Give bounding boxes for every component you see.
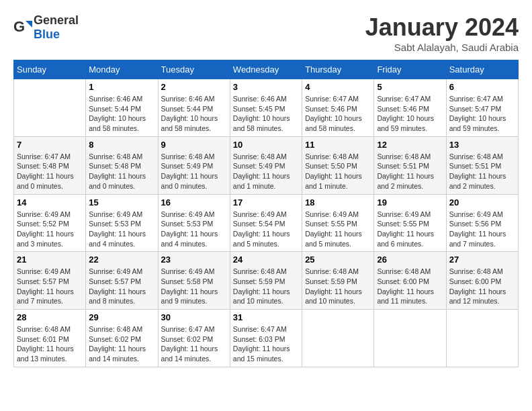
calendar-cell: 24Sunrise: 6:48 AMSunset: 5:59 PMDayligh… xyxy=(230,252,302,310)
day-number: 27 xyxy=(449,255,515,265)
calendar-cell: 11Sunrise: 6:48 AMSunset: 5:50 PMDayligh… xyxy=(302,136,374,194)
weekday-header: Sunday xyxy=(14,60,86,79)
calendar-cell: 13Sunrise: 6:48 AMSunset: 5:51 PMDayligh… xyxy=(446,136,518,194)
cell-content: Sunrise: 6:48 AMSunset: 5:59 PMDaylight:… xyxy=(305,267,371,306)
calendar-cell xyxy=(14,79,86,137)
cell-content: Sunrise: 6:47 AMSunset: 5:48 PMDaylight:… xyxy=(17,152,83,191)
calendar-body: 1Sunrise: 6:46 AMSunset: 5:44 PMDaylight… xyxy=(14,79,519,367)
cell-content: Sunrise: 6:48 AMSunset: 5:51 PMDaylight:… xyxy=(377,152,443,191)
header-row: SundayMondayTuesdayWednesdayThursdayFrid… xyxy=(14,60,519,79)
title-area: January 2024 Sabt Alalayah, Saudi Arabia xyxy=(365,13,519,53)
page-header: G General Blue January 2024 Sabt Alalaya… xyxy=(13,13,519,53)
cell-content: Sunrise: 6:49 AMSunset: 5:52 PMDaylight:… xyxy=(17,210,83,249)
calendar-cell: 4Sunrise: 6:47 AMSunset: 5:46 PMDaylight… xyxy=(302,79,374,137)
day-number: 11 xyxy=(305,140,371,150)
calendar-cell: 3Sunrise: 6:46 AMSunset: 5:45 PMDaylight… xyxy=(230,79,302,137)
cell-content: Sunrise: 6:49 AMSunset: 5:58 PMDaylight:… xyxy=(161,267,227,306)
calendar-cell xyxy=(374,310,446,367)
calendar-cell: 26Sunrise: 6:48 AMSunset: 6:00 PMDayligh… xyxy=(374,252,446,310)
weekday-header: Friday xyxy=(374,60,446,79)
calendar-week-row: 28Sunrise: 6:48 AMSunset: 6:01 PMDayligh… xyxy=(14,310,519,367)
cell-content: Sunrise: 6:48 AMSunset: 5:51 PMDaylight:… xyxy=(449,152,515,191)
day-number: 1 xyxy=(89,82,154,92)
calendar-cell: 23Sunrise: 6:49 AMSunset: 5:58 PMDayligh… xyxy=(158,252,230,310)
calendar-cell: 7Sunrise: 6:47 AMSunset: 5:48 PMDaylight… xyxy=(14,136,86,194)
day-number: 16 xyxy=(161,197,227,208)
calendar-header: SundayMondayTuesdayWednesdayThursdayFrid… xyxy=(14,60,519,79)
calendar-cell: 21Sunrise: 6:49 AMSunset: 5:57 PMDayligh… xyxy=(14,252,86,310)
calendar-cell: 14Sunrise: 6:49 AMSunset: 5:52 PMDayligh… xyxy=(14,194,86,252)
calendar-cell: 25Sunrise: 6:48 AMSunset: 5:59 PMDayligh… xyxy=(302,252,374,310)
day-number: 4 xyxy=(305,82,371,92)
cell-content: Sunrise: 6:48 AMSunset: 6:00 PMDaylight:… xyxy=(449,267,515,306)
cell-content: Sunrise: 6:47 AMSunset: 5:47 PMDaylight:… xyxy=(449,94,515,134)
cell-content: Sunrise: 6:48 AMSunset: 6:02 PMDaylight:… xyxy=(89,324,154,364)
cell-content: Sunrise: 6:49 AMSunset: 5:53 PMDaylight:… xyxy=(161,210,227,249)
day-number: 20 xyxy=(449,197,515,208)
logo-blue: Blue xyxy=(34,28,60,41)
calendar-week-row: 7Sunrise: 6:47 AMSunset: 5:48 PMDaylight… xyxy=(14,136,519,194)
calendar-cell: 6Sunrise: 6:47 AMSunset: 5:47 PMDaylight… xyxy=(446,79,518,137)
day-number: 6 xyxy=(449,82,515,92)
day-number: 8 xyxy=(89,140,154,150)
cell-content: Sunrise: 6:46 AMSunset: 5:44 PMDaylight:… xyxy=(89,94,154,134)
cell-content: Sunrise: 6:47 AMSunset: 5:46 PMDaylight:… xyxy=(377,94,443,134)
svg-marker-1 xyxy=(26,21,32,28)
cell-content: Sunrise: 6:48 AMSunset: 5:49 PMDaylight:… xyxy=(161,152,227,191)
day-number: 21 xyxy=(17,255,83,265)
weekday-header: Thursday xyxy=(302,60,374,79)
calendar-cell: 22Sunrise: 6:49 AMSunset: 5:57 PMDayligh… xyxy=(86,252,158,310)
cell-content: Sunrise: 6:49 AMSunset: 5:57 PMDaylight:… xyxy=(89,267,154,306)
calendar-cell xyxy=(446,310,518,367)
calendar-cell: 2Sunrise: 6:46 AMSunset: 5:44 PMDaylight… xyxy=(158,79,230,137)
calendar-cell: 27Sunrise: 6:48 AMSunset: 6:00 PMDayligh… xyxy=(446,252,518,310)
day-number: 19 xyxy=(377,197,443,208)
calendar-cell: 31Sunrise: 6:47 AMSunset: 6:03 PMDayligh… xyxy=(230,310,302,367)
calendar-cell: 18Sunrise: 6:49 AMSunset: 5:55 PMDayligh… xyxy=(302,194,374,252)
calendar-cell: 29Sunrise: 6:48 AMSunset: 6:02 PMDayligh… xyxy=(86,310,158,367)
day-number: 10 xyxy=(233,140,299,150)
logo-name: General Blue xyxy=(34,13,79,42)
calendar-cell: 19Sunrise: 6:49 AMSunset: 5:55 PMDayligh… xyxy=(374,194,446,252)
cell-content: Sunrise: 6:46 AMSunset: 5:44 PMDaylight:… xyxy=(161,94,227,134)
day-number: 7 xyxy=(17,140,83,150)
calendar-cell xyxy=(302,310,374,367)
day-number: 30 xyxy=(161,312,227,322)
day-number: 3 xyxy=(233,82,299,92)
cell-content: Sunrise: 6:48 AMSunset: 5:59 PMDaylight:… xyxy=(233,267,299,306)
cell-content: Sunrise: 6:48 AMSunset: 6:01 PMDaylight:… xyxy=(17,324,83,364)
cell-content: Sunrise: 6:48 AMSunset: 5:48 PMDaylight:… xyxy=(89,152,154,191)
calendar-cell: 20Sunrise: 6:49 AMSunset: 5:56 PMDayligh… xyxy=(446,194,518,252)
calendar-cell: 12Sunrise: 6:48 AMSunset: 5:51 PMDayligh… xyxy=(374,136,446,194)
day-number: 15 xyxy=(89,197,154,208)
cell-content: Sunrise: 6:48 AMSunset: 5:50 PMDaylight:… xyxy=(305,152,371,191)
calendar-cell: 8Sunrise: 6:48 AMSunset: 5:48 PMDaylight… xyxy=(86,136,158,194)
calendar-cell: 28Sunrise: 6:48 AMSunset: 6:01 PMDayligh… xyxy=(14,310,86,367)
calendar-cell: 17Sunrise: 6:49 AMSunset: 5:54 PMDayligh… xyxy=(230,194,302,252)
day-number: 14 xyxy=(17,197,83,208)
day-number: 18 xyxy=(305,197,371,208)
weekday-header: Tuesday xyxy=(158,60,230,79)
day-number: 29 xyxy=(89,312,154,322)
cell-content: Sunrise: 6:49 AMSunset: 5:54 PMDaylight:… xyxy=(233,210,299,249)
cell-content: Sunrise: 6:49 AMSunset: 5:56 PMDaylight:… xyxy=(449,210,515,249)
day-number: 26 xyxy=(377,255,443,265)
month-title: January 2024 xyxy=(365,13,519,42)
calendar-table: SundayMondayTuesdayWednesdayThursdayFrid… xyxy=(13,60,519,367)
day-number: 23 xyxy=(161,255,227,265)
day-number: 28 xyxy=(17,312,83,322)
cell-content: Sunrise: 6:49 AMSunset: 5:55 PMDaylight:… xyxy=(377,210,443,249)
cell-content: Sunrise: 6:49 AMSunset: 5:55 PMDaylight:… xyxy=(305,210,371,249)
weekday-header: Saturday xyxy=(446,60,518,79)
cell-content: Sunrise: 6:47 AMSunset: 5:46 PMDaylight:… xyxy=(305,94,371,134)
cell-content: Sunrise: 6:47 AMSunset: 6:02 PMDaylight:… xyxy=(161,324,227,364)
day-number: 2 xyxy=(161,82,227,92)
calendar-cell: 1Sunrise: 6:46 AMSunset: 5:44 PMDaylight… xyxy=(86,79,158,137)
cell-content: Sunrise: 6:48 AMSunset: 6:00 PMDaylight:… xyxy=(377,267,443,306)
calendar-cell: 5Sunrise: 6:47 AMSunset: 5:46 PMDaylight… xyxy=(374,79,446,137)
calendar-week-row: 1Sunrise: 6:46 AMSunset: 5:44 PMDaylight… xyxy=(14,79,519,137)
logo: G General Blue xyxy=(13,13,79,42)
calendar-cell: 9Sunrise: 6:48 AMSunset: 5:49 PMDaylight… xyxy=(158,136,230,194)
logo-general: General xyxy=(34,13,79,27)
weekday-header: Wednesday xyxy=(230,60,302,79)
